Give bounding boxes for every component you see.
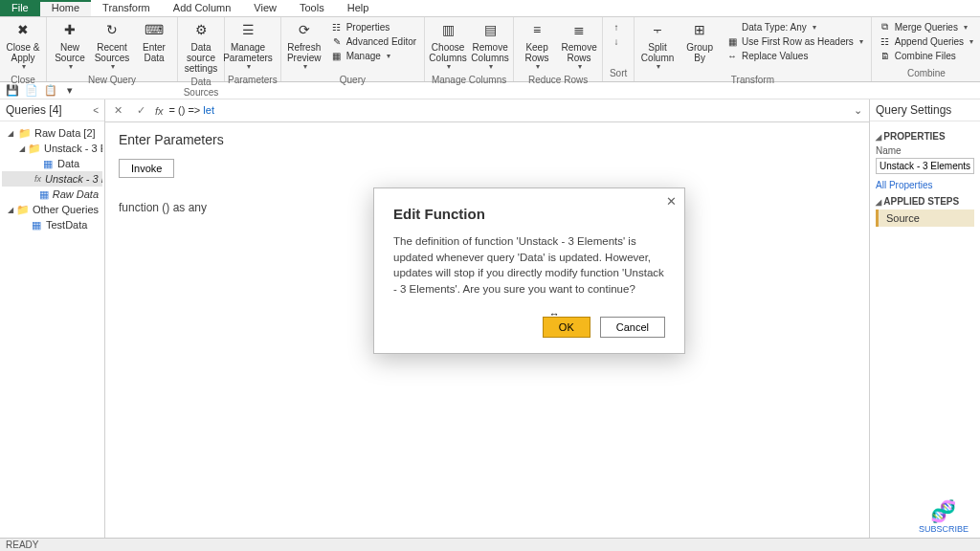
- merge-queries-button[interactable]: ⧉Merge Queries▾: [877, 20, 976, 33]
- remove-columns-icon: ▤: [480, 21, 500, 40]
- tab-view[interactable]: View: [242, 0, 288, 16]
- editor-icon: ✎: [331, 35, 343, 47]
- split-column-button[interactable]: ⫟Split Column▾: [637, 19, 678, 74]
- manage-button[interactable]: ▦Manage▾: [328, 49, 419, 62]
- toggle-icon: ◢: [8, 206, 13, 214]
- edit-function-dialog: ✕ Edit Function The definition of functi…: [373, 187, 685, 354]
- close-apply-button[interactable]: ✖Close & Apply▾: [3, 19, 43, 74]
- settings-icon: ⚙: [191, 21, 211, 40]
- append-queries-button[interactable]: ☷Append Queries▾: [877, 34, 976, 48]
- sort-desc-icon: ↓: [611, 35, 622, 47]
- group-by-button[interactable]: ⊞Group By: [679, 19, 720, 65]
- ribbon-group-label: Combine: [875, 67, 978, 79]
- sort-desc-button[interactable]: ↓: [608, 34, 629, 48]
- query-name-input[interactable]: [876, 158, 974, 174]
- chevron-down-icon: ▾: [969, 37, 973, 46]
- datatype-icon: [726, 21, 738, 33]
- advanced-editor-button[interactable]: ✎Advanced Editor: [328, 34, 419, 48]
- remove-rows-icon: ≣: [569, 21, 589, 40]
- query-testdata[interactable]: ▦TestData: [2, 217, 102, 232]
- keep-rows-button[interactable]: ≡Keep Rows▾: [517, 19, 557, 74]
- tab-file[interactable]: File: [0, 0, 40, 16]
- enter-parameters-heading: Enter Parameters: [119, 132, 856, 147]
- refresh-preview-button-label: Refresh Preview: [285, 42, 323, 63]
- name-label: Name: [876, 145, 974, 156]
- replace-icon: ↔: [726, 50, 738, 61]
- query-data[interactable]: ▦Data: [2, 156, 102, 171]
- new-source-button-label: New Source: [51, 42, 89, 63]
- folder-unstack[interactable]: ◢📁Unstack - 3 Ele…: [2, 141, 102, 156]
- choose-columns-button-label: Choose Columns: [429, 42, 467, 63]
- ribbon-group-manage-columns: ▥Choose Columns▾▤Remove Columns▾Manage C…: [425, 17, 514, 81]
- save-icon[interactable]: 💾: [6, 84, 19, 98]
- data-type-picker-label: Data Type: Any: [742, 22, 807, 33]
- toggle-icon: ◢: [8, 129, 15, 138]
- ribbon-group-sort: ↑↓Sort: [603, 17, 635, 81]
- query-unstack-function[interactable]: fxUnstack - 3 E…: [2, 171, 102, 187]
- split-icon: ⫟: [648, 21, 667, 40]
- all-properties-link[interactable]: All Properties: [876, 180, 974, 190]
- first-row-headers-button-label: Use First Row as Headers: [742, 36, 854, 47]
- group-by-button-label: Group By: [680, 42, 719, 63]
- paste-icon[interactable]: 📋: [44, 84, 57, 98]
- ribbon-group-reduce-rows: ≡Keep Rows▾≣Remove Rows▾Reduce Rows: [514, 17, 603, 81]
- ribbon-group-label: Transform: [637, 74, 868, 86]
- expand-formula-icon[interactable]: ⌄: [850, 104, 865, 117]
- commit-formula-icon[interactable]: ✓: [132, 102, 149, 120]
- invoke-button[interactable]: Invoke: [119, 159, 174, 178]
- applied-steps-section-header: APPLIED STEPS: [876, 196, 974, 207]
- folder-icon: 📁: [17, 204, 29, 215]
- query-raw-data[interactable]: ▦Raw Data: [2, 187, 102, 202]
- close-icon: ✖: [13, 21, 33, 40]
- folder-raw-data[interactable]: ◢📁Raw Data [2]: [2, 125, 102, 141]
- step-source[interactable]: Source: [876, 209, 974, 227]
- combine-files-button[interactable]: 🗎Combine Files: [877, 49, 976, 62]
- tree-item-label: Other Queries [1]: [33, 204, 102, 215]
- properties-button[interactable]: ☷Properties: [328, 20, 419, 33]
- tab-transform[interactable]: Transform: [91, 0, 162, 16]
- choose-columns-button[interactable]: ▥Choose Columns▾: [428, 19, 468, 74]
- queries-header: Queries [4] <: [0, 99, 104, 121]
- replace-values-button[interactable]: ↔Replace Values: [724, 49, 866, 62]
- data-source-settings-button[interactable]: ⚙Data source settings: [181, 19, 221, 76]
- qat-dropdown-icon[interactable]: ▾: [63, 84, 77, 98]
- choose-columns-icon: ▥: [438, 21, 457, 40]
- ribbon-group-label: Parameters: [228, 74, 278, 86]
- keep-rows-icon: ≡: [527, 21, 546, 40]
- enter-data-button[interactable]: ⌨Enter Data: [134, 19, 174, 65]
- chevron-down-icon: ▾: [69, 63, 73, 72]
- table-icon: ▦: [42, 158, 54, 169]
- collapse-queries-icon[interactable]: <: [93, 105, 99, 116]
- chevron-down-icon: ▾: [578, 63, 582, 72]
- refresh-preview-button[interactable]: ⟳Refresh Preview▾: [284, 19, 324, 74]
- remove-rows-button[interactable]: ≣Remove Rows▾: [559, 19, 599, 74]
- folder-other-queries[interactable]: ◢📁Other Queries [1]: [2, 202, 102, 217]
- cancel-formula-icon[interactable]: ✕: [109, 102, 126, 120]
- data-type-picker[interactable]: Data Type: Any▾: [724, 20, 866, 33]
- cancel-button[interactable]: Cancel: [600, 317, 665, 338]
- fx-icon: fx: [34, 173, 41, 185]
- status-bar: READY: [0, 538, 980, 551]
- recent-sources-button[interactable]: ↻Recent Sources▾: [92, 19, 132, 74]
- chevron-down-icon: ▾: [387, 52, 390, 60]
- advanced-editor-button-label: Advanced Editor: [346, 36, 416, 47]
- tab-add-column[interactable]: Add Column: [162, 0, 243, 16]
- remove-columns-button[interactable]: ▤Remove Columns▾: [470, 19, 510, 74]
- new-source-button[interactable]: ✚New Source▾: [50, 19, 90, 74]
- tab-home[interactable]: Home: [40, 0, 91, 16]
- ok-button[interactable]: ↔ OK: [543, 317, 590, 338]
- group-icon: ⊞: [690, 21, 709, 40]
- dialog-message: The definition of function 'Unstack - 3 …: [393, 233, 665, 298]
- manage-parameters-button[interactable]: ☰Manage Parameters▾: [228, 19, 268, 74]
- first-row-headers-button[interactable]: ▦Use First Row as Headers▾: [724, 34, 866, 48]
- manage-icon: ▦: [331, 50, 343, 61]
- remove-rows-button-label: Remove Rows: [560, 42, 598, 63]
- tab-tools[interactable]: Tools: [288, 0, 336, 16]
- sort-asc-button[interactable]: ↑: [608, 20, 629, 33]
- tab-help[interactable]: Help: [336, 0, 381, 16]
- formula-input[interactable]: = () => let: [169, 104, 844, 117]
- close-icon[interactable]: ✕: [666, 194, 677, 209]
- copy-icon[interactable]: 📄: [25, 84, 38, 98]
- keep-rows-button-label: Keep Rows: [518, 42, 556, 63]
- query-settings-header: Query Settings: [870, 99, 980, 121]
